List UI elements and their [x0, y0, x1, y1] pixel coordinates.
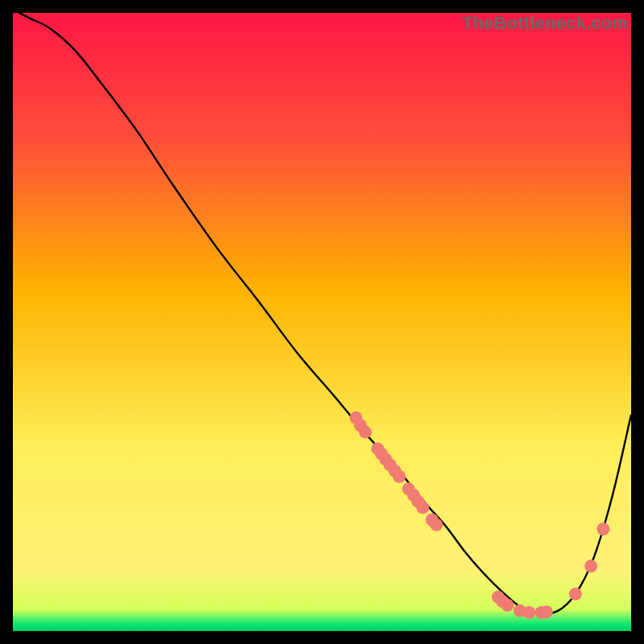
marker-dot — [569, 588, 582, 601]
plot-background — [13, 13, 631, 631]
chart-frame: TheBottleneck.com — [13, 13, 631, 631]
marker-dot — [393, 470, 406, 483]
marker-dot — [522, 606, 535, 619]
marker-dot — [430, 518, 443, 531]
marker-dot — [597, 522, 609, 535]
chart-svg — [13, 13, 631, 631]
marker-dot — [416, 501, 429, 514]
marker-dot — [584, 559, 597, 572]
marker-dot — [540, 605, 553, 618]
marker-dot — [501, 599, 514, 612]
marker-dot — [359, 426, 372, 439]
watermark-text: TheBottleneck.com — [462, 13, 628, 34]
